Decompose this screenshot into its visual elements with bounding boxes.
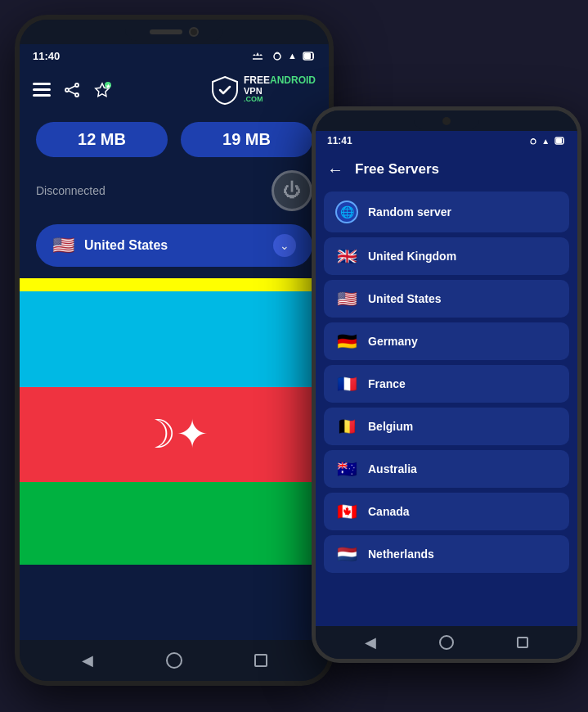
server-name-random: Random server <box>368 205 451 219</box>
svg-point-8 <box>75 83 79 87</box>
country-flag: 🇺🇸 <box>52 235 74 256</box>
server-item-us[interactable]: 🇺🇸 United States <box>324 280 569 318</box>
phone2-camera <box>442 117 451 125</box>
menu-icon[interactable] <box>33 83 51 97</box>
chevron-down-icon[interactable]: ⌄ <box>273 234 296 257</box>
phone1-notch <box>20 20 329 44</box>
az-yellow-stripe <box>20 278 329 291</box>
svg-rect-5 <box>33 88 51 91</box>
server-name-de: Germany <box>368 335 418 348</box>
az-green-stripe <box>20 482 329 565</box>
svg-rect-16 <box>556 138 562 143</box>
rating-icon[interactable]: ★ <box>93 82 111 98</box>
server-name-us: United States <box>368 292 441 305</box>
server-item-au[interactable]: 🇦🇺 Australia <box>324 450 569 488</box>
phone2-recents-button[interactable] <box>513 633 532 652</box>
phone-2: 11:41 ▲ ← Free Servers 🌐 Random server 🇬… <box>312 106 581 663</box>
svg-point-1 <box>274 53 281 60</box>
server-item-de[interactable]: 🇩🇪 Germany <box>324 322 569 360</box>
logo-text: FREEANDROID VPN .COM <box>244 75 316 104</box>
svg-point-7 <box>65 88 69 92</box>
phone2-notch <box>316 110 577 131</box>
app-logo: FREEANDROID VPN .COM <box>209 74 316 106</box>
server-item-be[interactable]: 🇧🇪 Belgium <box>324 408 569 445</box>
nl-flag: 🇳🇱 <box>335 544 358 564</box>
server-name-ca: Canada <box>368 505 410 518</box>
server-name-au: Australia <box>368 462 417 475</box>
server-item-uk[interactable]: 🇬🇧 United Kingdom <box>324 237 569 275</box>
disconnected-label: Disconnected <box>36 184 105 197</box>
phone2-back-button[interactable]: ◀ <box>361 633 380 652</box>
server-name-nl: Netherlands <box>368 548 434 561</box>
server-item-random[interactable]: 🌐 Random server <box>324 192 569 232</box>
phone2-status-bar: 11:41 ▲ <box>316 131 577 151</box>
country-name: United States <box>84 238 168 253</box>
az-crescent-star: ☽✦ <box>141 415 209 454</box>
au-flag: 🇦🇺 <box>335 459 358 479</box>
svg-rect-3 <box>304 53 311 59</box>
server-item-ca[interactable]: 🇨🇦 Canada <box>324 493 569 530</box>
phone1-status-bar: 11:40 ▲ <box>20 44 329 67</box>
svg-rect-4 <box>33 83 51 85</box>
be-flag: 🇧🇪 <box>335 417 358 436</box>
phone1-top-bar: ★ FREEANDROID VPN .COM <box>20 67 329 112</box>
svg-rect-6 <box>33 94 51 97</box>
fr-flag: 🇫🇷 <box>335 374 358 394</box>
country-selector[interactable]: 🇺🇸 United States ⌄ <box>36 224 312 267</box>
phone1-speaker <box>150 29 182 34</box>
server-name-be: Belgium <box>368 420 413 433</box>
phone2-status-icons: ▲ <box>529 137 566 146</box>
globe-icon: 🌐 <box>335 201 358 223</box>
recents-button[interactable] <box>251 651 271 670</box>
phone1-camera <box>189 27 199 37</box>
power-button[interactable]: ⏻ <box>272 170 312 211</box>
server-item-nl[interactable]: 🇳🇱 Netherlands <box>324 535 569 573</box>
shield-logo <box>209 74 240 106</box>
server-name-uk: United Kingdom <box>368 250 456 263</box>
az-blue-stripe <box>20 291 329 387</box>
servers-list: 🌐 Random server 🇬🇧 United Kingdom 🇺🇸 Uni… <box>316 188 577 626</box>
az-red-stripe: ☽✦ <box>20 387 329 483</box>
uk-flag: 🇬🇧 <box>335 246 358 266</box>
server-item-fr[interactable]: 🇫🇷 France <box>324 365 569 403</box>
svg-line-10 <box>69 86 75 89</box>
svg-point-14 <box>531 139 536 144</box>
svg-point-9 <box>75 93 79 97</box>
selected-country: 🇺🇸 United States <box>52 235 168 256</box>
svg-text:★: ★ <box>105 83 111 89</box>
phone2-nav-bar: ◀ <box>316 626 577 659</box>
phone1-app: ★ FREEANDROID VPN .COM 12 MB 19 MB <box>20 67 329 640</box>
home-button[interactable] <box>164 651 184 670</box>
stats-row: 12 MB 19 MB <box>20 112 329 167</box>
phone2-time: 11:41 <box>327 135 352 146</box>
share-icon[interactable] <box>64 82 80 98</box>
phone2-home-button[interactable] <box>437 633 456 652</box>
download-badge: 12 MB <box>36 122 168 157</box>
background-flag: ☽✦ <box>20 278 329 565</box>
phone1-time: 11:40 <box>33 50 60 62</box>
back-arrow-icon[interactable]: ← <box>327 160 343 179</box>
us-flag: 🇺🇸 <box>335 289 358 309</box>
server-name-fr: France <box>368 377 406 390</box>
phone1-nav-bar: ◀ <box>20 640 329 681</box>
phone-1: 11:40 ▲ <box>15 15 334 686</box>
ca-flag: 🇨🇦 <box>335 502 358 521</box>
upload-badge: 19 MB <box>181 122 312 157</box>
connection-row: Disconnected ⏻ <box>20 167 329 224</box>
phone1-status-icons: ▲ <box>252 51 316 61</box>
svg-line-11 <box>69 91 75 94</box>
servers-title: Free Servers <box>355 161 439 178</box>
phone1-left-icons: ★ <box>33 82 111 98</box>
de-flag: 🇩🇪 <box>335 331 358 351</box>
phone2-header: ← Free Servers <box>316 151 577 188</box>
back-button[interactable]: ◀ <box>78 651 97 670</box>
